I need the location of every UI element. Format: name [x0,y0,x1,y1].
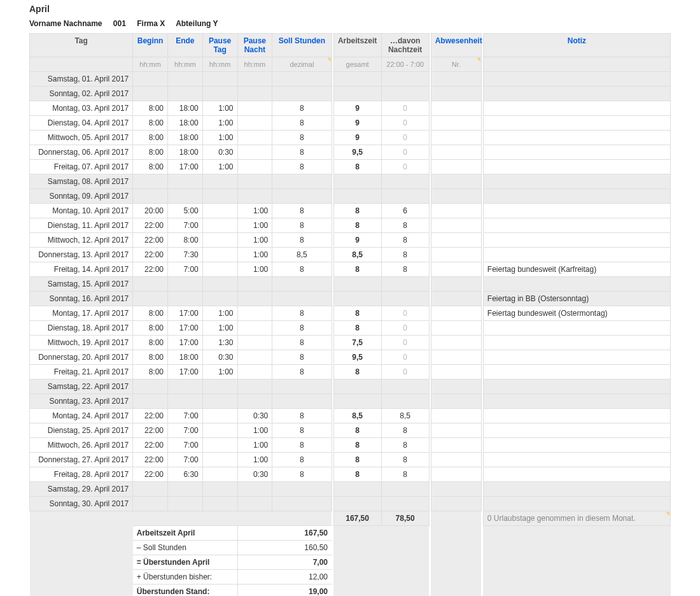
summary-stand-label: Überstunden Stand: [133,585,237,597]
table-row: Freitag, 21. April 20178:0017:001:00880 [30,365,671,380]
sub-arb: gesamt [333,57,381,72]
employee-department: Abteilung Y [176,19,218,28]
table-row: Sonntag, 23. April 2017 [30,394,671,409]
col-arbeitszeit: Arbeitszeit [333,34,381,57]
col-notiz: Notiz [483,34,670,57]
col-beginn: Beginn [133,34,168,57]
sub-abw: Nr. [431,57,481,72]
table-row: Montag, 10. April 201720:005:001:00886 [30,204,671,218]
sub-pnacht: hh:mm [237,57,272,72]
summary-ueberst-val: 7,00 [237,555,332,570]
table-row: Dienstag, 04. April 20178:0018:001:00890 [30,116,671,131]
table-row: Montag, 24. April 201722:007:000:3088,58… [30,409,671,423]
total-arbeitszeit: 167,50 [333,511,381,526]
summary-arbeitszeit-val: 167,50 [237,526,332,541]
table-row: Sonntag, 30. April 2017 [30,497,671,511]
sub-ende: hh:mm [168,57,203,72]
table-row: Samstag, 01. April 2017 [30,72,671,87]
table-row: Freitag, 14. April 201722:007:001:00888F… [30,262,671,277]
summary-bisher-val: 12,00 [237,570,332,585]
col-nachtzeit: …davon Nachtzeit [381,34,429,57]
table-row: Mittwoch, 19. April 20178:0017:001:3087,… [30,336,671,350]
table-row: Mittwoch, 26. April 201722:007:001:00888 [30,438,671,453]
employee-info: Vorname Nachname 001 Firma X Abteilung Y [29,19,671,28]
col-pause-tag: Pause Tag [202,34,237,57]
sub-ptag: hh:mm [202,57,237,72]
summary-soll-val: 160,50 [237,541,332,555]
table-row: Sonntag, 09. April 2017 [30,189,671,204]
table-row: Mittwoch, 05. April 20178:0018:001:00890 [30,131,671,145]
table-row: Montag, 03. April 20178:0018:001:00890 [30,101,671,116]
table-row: Sonntag, 02. April 2017 [30,87,671,101]
col-ende: Ende [168,34,203,57]
summary-stand-val: 19,00 [237,585,332,597]
employee-company: Firma X [137,19,165,28]
employee-id: 001 [113,19,126,28]
table-row: Samstag, 15. April 2017 [30,277,671,292]
sub-soll: dezimal [272,57,332,72]
table-row: Donnerstag, 06. April 20178:0018:000:308… [30,145,671,160]
employee-name: Vorname Nachname [29,19,102,28]
table-row: Mittwoch, 12. April 201722:008:001:00898 [30,233,671,248]
total-nachtzeit: 78,50 [381,511,429,526]
table-row: Dienstag, 25. April 201722:007:001:00888 [30,423,671,438]
table-row: Freitag, 07. April 20178:0017:001:00880 [30,160,671,174]
col-abwesenheit: Abwesenheit [431,34,481,57]
col-tag: Tag [30,34,133,57]
sub-beginn: hh:mm [133,57,168,72]
table-row: Samstag, 08. April 2017 [30,174,671,189]
timesheet-table: Tag Beginn Ende Pause Tag Pause Nacht So… [29,33,671,596]
table-row: Donnerstag, 27. April 201722:007:001:008… [30,453,671,467]
col-soll: Soll Stunden [272,34,332,57]
col-pause-nacht: Pause Nacht [237,34,272,57]
totals-note: 0 Urlaubstage genommen in diesem Monat. [483,511,670,526]
table-row: Freitag, 28. April 201722:006:300:30888 [30,467,671,482]
table-row: Donnerstag, 20. April 20178:0018:000:308… [30,350,671,365]
table-row: Dienstag, 11. April 201722:007:001:00888 [30,218,671,233]
page-title: April [29,4,671,14]
table-row: Samstag, 22. April 2017 [30,380,671,394]
sub-nacht: 22:00 - 7:00 [381,57,429,72]
summary-ueberst-label: = Überstunden April [133,555,237,570]
table-row: Montag, 17. April 20178:0017:001:00880Fe… [30,306,671,321]
summary-soll-label: – Soll Stunden [133,541,237,555]
table-row: Donnerstag, 13. April 201722:007:301:008… [30,248,671,262]
table-row: Dienstag, 18. April 20178:0017:001:00880 [30,321,671,336]
table-row: Samstag, 29. April 2017 [30,482,671,497]
summary-arbeitszeit-label: Arbeitszeit April [133,526,237,541]
table-row: Sonntag, 16. April 2017Feiertag in BB (O… [30,292,671,306]
summary-bisher-label: + Überstunden bisher: [133,570,237,585]
